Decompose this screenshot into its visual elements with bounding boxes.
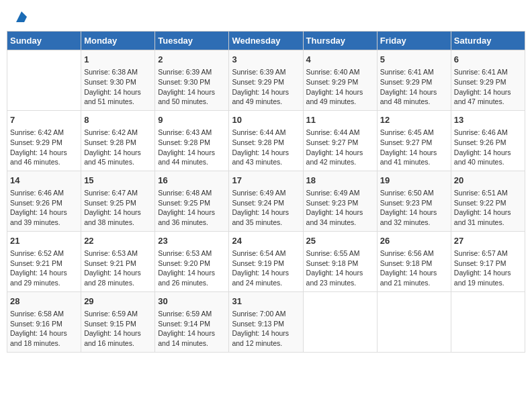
sunrise-text: Sunrise: 6:40 AM bbox=[306, 67, 374, 77]
daylight-text: Daylight: 14 hours and 41 minutes. bbox=[380, 148, 448, 167]
calendar-cell: 19Sunrise: 6:50 AMSunset: 9:23 PMDayligh… bbox=[377, 171, 451, 231]
calendar-cell: 31Sunrise: 7:00 AMSunset: 9:13 PMDayligh… bbox=[229, 291, 303, 352]
day-number: 23 bbox=[158, 235, 226, 247]
calendar-cell: 27Sunrise: 6:57 AMSunset: 9:17 PMDayligh… bbox=[451, 231, 525, 291]
sunrise-text: Sunrise: 7:00 AM bbox=[232, 309, 300, 319]
sunrise-text: Sunrise: 6:49 AM bbox=[232, 188, 300, 198]
day-number: 11 bbox=[306, 114, 374, 126]
daylight-text: Daylight: 14 hours and 45 minutes. bbox=[84, 148, 152, 167]
daylight-text: Daylight: 14 hours and 31 minutes. bbox=[454, 208, 522, 227]
sunset-text: Sunset: 9:25 PM bbox=[158, 198, 226, 208]
calendar-cell: 28Sunrise: 6:58 AMSunset: 9:16 PMDayligh… bbox=[7, 291, 81, 352]
sunset-text: Sunset: 9:24 PM bbox=[232, 198, 300, 208]
calendar-cell: 1Sunrise: 6:38 AMSunset: 9:30 PMDaylight… bbox=[81, 50, 155, 111]
calendar-table: SundayMondayTuesdayWednesdayThursdayFrid… bbox=[7, 31, 525, 353]
sunrise-text: Sunrise: 6:44 AM bbox=[306, 128, 374, 138]
day-number: 3 bbox=[232, 54, 300, 66]
daylight-text: Daylight: 14 hours and 40 minutes. bbox=[454, 148, 522, 167]
sunset-text: Sunset: 9:19 PM bbox=[232, 259, 300, 269]
calendar-week-row: 14Sunrise: 6:46 AMSunset: 9:26 PMDayligh… bbox=[7, 171, 525, 231]
daylight-text: Daylight: 14 hours and 49 minutes. bbox=[232, 87, 300, 107]
calendar-cell: 30Sunrise: 6:59 AMSunset: 9:14 PMDayligh… bbox=[155, 291, 229, 352]
day-number: 7 bbox=[10, 114, 78, 126]
logo-icon bbox=[15, 10, 28, 24]
sunset-text: Sunset: 9:18 PM bbox=[306, 259, 374, 269]
daylight-text: Daylight: 14 hours and 18 minutes. bbox=[10, 328, 78, 348]
sunrise-text: Sunrise: 6:45 AM bbox=[380, 128, 448, 138]
day-number: 9 bbox=[158, 114, 226, 126]
daylight-text: Daylight: 14 hours and 48 minutes. bbox=[380, 87, 448, 107]
sunset-text: Sunset: 9:29 PM bbox=[232, 77, 300, 87]
calendar-cell: 10Sunrise: 6:44 AMSunset: 9:28 PMDayligh… bbox=[229, 110, 303, 171]
sunset-text: Sunset: 9:23 PM bbox=[380, 198, 448, 208]
day-header-tuesday: Tuesday bbox=[155, 32, 229, 50]
sunrise-text: Sunrise: 6:49 AM bbox=[306, 188, 374, 198]
sunset-text: Sunset: 9:28 PM bbox=[158, 138, 226, 148]
sunrise-text: Sunrise: 6:50 AM bbox=[380, 188, 448, 198]
calendar-cell: 22Sunrise: 6:53 AMSunset: 9:21 PMDayligh… bbox=[81, 231, 155, 291]
calendar-cell: 16Sunrise: 6:48 AMSunset: 9:25 PMDayligh… bbox=[155, 171, 229, 231]
calendar-cell bbox=[377, 291, 451, 352]
sunrise-text: Sunrise: 6:51 AM bbox=[454, 188, 522, 198]
daylight-text: Daylight: 14 hours and 23 minutes. bbox=[306, 268, 374, 287]
calendar-cell: 6Sunrise: 6:41 AMSunset: 9:29 PMDaylight… bbox=[451, 50, 525, 111]
calendar-cell: 14Sunrise: 6:46 AMSunset: 9:26 PMDayligh… bbox=[7, 171, 81, 231]
sunset-text: Sunset: 9:29 PM bbox=[10, 138, 78, 148]
calendar-cell: 11Sunrise: 6:44 AMSunset: 9:27 PMDayligh… bbox=[303, 110, 377, 171]
calendar-cell: 4Sunrise: 6:40 AMSunset: 9:29 PMDaylight… bbox=[303, 50, 377, 111]
day-number: 2 bbox=[158, 54, 226, 66]
day-header-saturday: Saturday bbox=[451, 32, 525, 50]
daylight-text: Daylight: 14 hours and 12 minutes. bbox=[232, 328, 300, 348]
day-number: 25 bbox=[306, 235, 374, 247]
daylight-text: Daylight: 14 hours and 19 minutes. bbox=[454, 268, 522, 287]
calendar-week-row: 21Sunrise: 6:52 AMSunset: 9:21 PMDayligh… bbox=[7, 231, 525, 291]
day-number: 4 bbox=[306, 54, 374, 66]
calendar-cell: 18Sunrise: 6:49 AMSunset: 9:23 PMDayligh… bbox=[303, 171, 377, 231]
sunset-text: Sunset: 9:29 PM bbox=[454, 77, 522, 87]
daylight-text: Daylight: 14 hours and 34 minutes. bbox=[306, 208, 374, 227]
daylight-text: Daylight: 14 hours and 44 minutes. bbox=[158, 148, 226, 167]
day-number: 1 bbox=[84, 54, 152, 66]
calendar-week-row: 1Sunrise: 6:38 AMSunset: 9:30 PMDaylight… bbox=[7, 50, 525, 111]
daylight-text: Daylight: 14 hours and 42 minutes. bbox=[306, 148, 374, 167]
day-number: 6 bbox=[454, 54, 522, 66]
daylight-text: Daylight: 14 hours and 28 minutes. bbox=[84, 268, 152, 287]
sunset-text: Sunset: 9:25 PM bbox=[84, 198, 152, 208]
daylight-text: Daylight: 14 hours and 43 minutes. bbox=[232, 148, 300, 167]
sunset-text: Sunset: 9:18 PM bbox=[380, 259, 448, 269]
sunset-text: Sunset: 9:29 PM bbox=[306, 77, 374, 87]
day-number: 28 bbox=[10, 295, 78, 308]
daylight-text: Daylight: 14 hours and 16 minutes. bbox=[84, 328, 152, 348]
calendar-cell bbox=[303, 291, 377, 352]
sunrise-text: Sunrise: 6:46 AM bbox=[10, 188, 78, 198]
sunset-text: Sunset: 9:23 PM bbox=[306, 198, 374, 208]
daylight-text: Daylight: 14 hours and 35 minutes. bbox=[232, 208, 300, 227]
sunrise-text: Sunrise: 6:56 AM bbox=[380, 248, 448, 259]
daylight-text: Daylight: 14 hours and 51 minutes. bbox=[84, 87, 152, 107]
sunrise-text: Sunrise: 6:52 AM bbox=[10, 248, 78, 259]
day-number: 19 bbox=[380, 175, 448, 187]
day-number: 12 bbox=[380, 114, 448, 126]
calendar-week-row: 28Sunrise: 6:58 AMSunset: 9:16 PMDayligh… bbox=[7, 291, 525, 352]
sunrise-text: Sunrise: 6:38 AM bbox=[84, 67, 152, 77]
sunset-text: Sunset: 9:30 PM bbox=[158, 77, 226, 87]
day-number: 10 bbox=[232, 114, 300, 126]
sunrise-text: Sunrise: 6:41 AM bbox=[454, 67, 522, 77]
sunrise-text: Sunrise: 6:54 AM bbox=[232, 248, 300, 259]
sunrise-text: Sunrise: 6:55 AM bbox=[306, 248, 374, 259]
calendar-cell: 25Sunrise: 6:55 AMSunset: 9:18 PMDayligh… bbox=[303, 231, 377, 291]
daylight-text: Daylight: 14 hours and 38 minutes. bbox=[84, 208, 152, 227]
day-number: 16 bbox=[158, 175, 226, 187]
sunset-text: Sunset: 9:13 PM bbox=[232, 319, 300, 329]
day-number: 22 bbox=[84, 235, 152, 247]
sunrise-text: Sunrise: 6:44 AM bbox=[232, 128, 300, 138]
sunrise-text: Sunrise: 6:59 AM bbox=[84, 309, 152, 319]
day-number: 24 bbox=[232, 235, 300, 247]
calendar-header-row: SundayMondayTuesdayWednesdayThursdayFrid… bbox=[7, 32, 525, 50]
sunset-text: Sunset: 9:22 PM bbox=[454, 198, 522, 208]
calendar-cell: 26Sunrise: 6:56 AMSunset: 9:18 PMDayligh… bbox=[377, 231, 451, 291]
day-header-sunday: Sunday bbox=[7, 32, 81, 50]
day-number: 5 bbox=[380, 54, 448, 66]
day-header-friday: Friday bbox=[377, 32, 451, 50]
calendar-cell: 3Sunrise: 6:39 AMSunset: 9:29 PMDaylight… bbox=[229, 50, 303, 111]
